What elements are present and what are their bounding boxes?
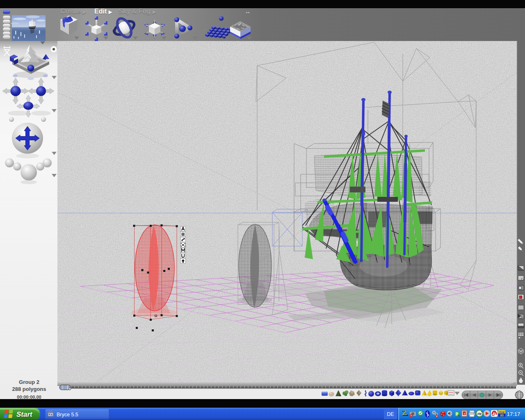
svg-text:Start: Start xyxy=(16,411,33,418)
svg-text:Bryce 5.5: Bryce 5.5 xyxy=(57,412,78,418)
svg-text:Xear: Xear xyxy=(499,411,505,413)
svg-text:i: i xyxy=(464,412,465,415)
svg-text:17:17: 17:17 xyxy=(507,411,520,417)
svg-text:zip: zip xyxy=(477,412,482,415)
svg-text:3D: 3D xyxy=(500,414,504,417)
svg-text:DE: DE xyxy=(387,411,394,417)
